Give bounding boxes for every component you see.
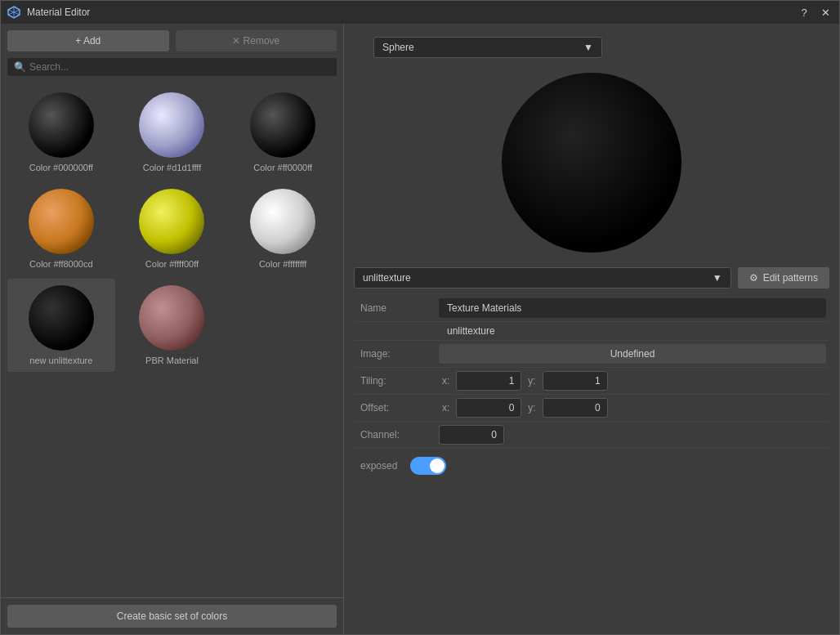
material-item[interactable]: Color #ffffffff (229, 182, 337, 275)
left-panel: + Add ✕ Remove 🔍 Color #000000ff Color #… (1, 24, 344, 634)
prop-image-value-cell: Undefined (436, 341, 829, 368)
material-item[interactable]: Color #ff0000ff (229, 86, 337, 179)
material-type-dropdown[interactable]: unlittexture ▼ (354, 267, 731, 288)
add-button[interactable]: + Add (7, 30, 169, 51)
material-item[interactable]: Color #ffff00ff (118, 182, 226, 275)
titlebar-controls: ? ✕ (797, 5, 833, 20)
main-content: + Add ✕ Remove 🔍 Color #000000ff Color #… (1, 24, 839, 634)
material-label: PBR Material (145, 356, 199, 365)
bottom-bar: Create basic set of colors (1, 597, 343, 634)
prop-channel-row: Channel: (354, 422, 829, 449)
properties-table: Name Texture Materials unlittexture Imag… (354, 295, 829, 449)
offset-x-label: x: (439, 402, 453, 414)
prop-tiling-label: Tiling: (354, 368, 436, 395)
property-type-row: unlittexture ▼ ⚙ Edit patterns (354, 267, 829, 288)
exposed-row: exposed (354, 449, 829, 483)
create-basic-set-button[interactable]: Create basic set of colors (7, 605, 337, 628)
material-ball (250, 189, 315, 254)
preview-dropdown-arrow: ▼ (583, 42, 593, 53)
type-dropdown-arrow: ▼ (713, 272, 722, 284)
prop-name-row: Name Texture Materials (354, 295, 829, 322)
prop-type-left (354, 322, 436, 341)
material-ball (29, 285, 94, 351)
material-ball (139, 92, 204, 158)
material-ball (29, 92, 94, 158)
material-ball (29, 189, 94, 254)
material-grid: Color #000000ff Color #d1d1ffff Color #f… (1, 83, 343, 597)
tiling-x-input[interactable] (456, 371, 521, 391)
material-item[interactable]: Color #ff8000cd (7, 182, 115, 275)
material-ball (139, 285, 204, 351)
prop-type-text: unlittexture (439, 321, 503, 341)
prop-offset-row: Offset: x: y: (354, 395, 829, 422)
material-ball (139, 189, 204, 254)
material-item[interactable]: Color #000000ff (7, 86, 115, 179)
material-item-selected[interactable]: new unlittexture (7, 279, 115, 372)
offset-xy-row: x: y: (439, 398, 826, 418)
search-bar: 🔍 (7, 58, 337, 76)
help-button[interactable]: ? (797, 5, 811, 20)
toggle-knob (430, 458, 445, 473)
tiling-x-label: x: (439, 375, 453, 387)
offset-y-input[interactable] (543, 398, 608, 418)
preview-section: Sphere ▼ (351, 30, 833, 267)
offset-x-input[interactable] (456, 398, 521, 418)
image-undefined-button[interactable]: Undefined (439, 344, 826, 364)
remove-button[interactable]: ✕ Remove (176, 30, 337, 51)
channel-input[interactable] (439, 425, 504, 445)
app-icon (7, 6, 20, 19)
prop-offset-label: Offset: (354, 395, 436, 422)
prop-image-label: Image: (354, 341, 436, 368)
material-item[interactable]: Color #d1d1ffff (118, 86, 226, 179)
window-title: Material Editor (27, 7, 90, 18)
titlebar-left: Material Editor (7, 6, 90, 19)
material-label: Color #ff8000cd (29, 259, 92, 269)
prop-type-row: unlittexture (354, 322, 829, 341)
tiling-y-label: y: (525, 375, 538, 387)
search-icon: 🔍 (14, 61, 26, 73)
edit-patterns-button[interactable]: ⚙ Edit patterns (738, 267, 829, 288)
material-ball (250, 92, 315, 158)
preview-type-dropdown[interactable]: Sphere ▼ (373, 37, 602, 58)
toolbar: + Add ✕ Remove (1, 24, 343, 58)
material-item[interactable]: PBR Material (118, 279, 226, 372)
material-label: Color #ffffffff (259, 259, 307, 269)
prop-tiling-row: Tiling: x: y: (354, 368, 829, 395)
prop-name-value: Texture Materials (439, 298, 826, 318)
offset-y-label: y: (525, 402, 538, 414)
prop-type-value-cell: unlittexture (436, 322, 829, 341)
material-label: new unlittexture (29, 356, 92, 365)
search-input[interactable] (29, 61, 330, 73)
prop-tiling-value-cell: x: y: (436, 368, 829, 395)
material-label: Color #d1d1ffff (143, 163, 202, 172)
prop-image-row: Image: Undefined (354, 341, 829, 368)
prop-offset-value-cell: x: y: (436, 395, 829, 422)
prop-name-label: Name (354, 295, 436, 322)
properties-section: unlittexture ▼ ⚙ Edit patterns Name Text… (351, 267, 833, 628)
tiling-y-input[interactable] (543, 371, 608, 391)
preview-type-label: Sphere (382, 42, 414, 53)
material-type-label: unlittexture (363, 272, 411, 284)
material-label: Color #000000ff (29, 163, 93, 172)
titlebar: Material Editor ? ✕ (1, 1, 839, 24)
preview-sphere (502, 73, 681, 253)
right-panel: Sphere ▼ unlittexture ▼ ⚙ Edit patterns (344, 24, 839, 634)
material-label: Color #ff0000ff (253, 163, 312, 172)
material-label: Color #ffff00ff (145, 259, 199, 269)
gear-icon: ⚙ (749, 272, 758, 284)
material-editor-window: Material Editor ? ✕ + Add ✕ Remove 🔍 Col… (0, 0, 840, 635)
exposed-label: exposed (360, 460, 397, 472)
prop-channel-value-cell (436, 422, 829, 449)
exposed-toggle[interactable] (410, 457, 446, 475)
close-button[interactable]: ✕ (818, 5, 833, 20)
edit-patterns-label: Edit patterns (763, 272, 818, 284)
prop-channel-label: Channel: (354, 422, 436, 449)
prop-name-value-cell: Texture Materials (436, 295, 829, 322)
tiling-xy-row: x: y: (439, 371, 826, 391)
